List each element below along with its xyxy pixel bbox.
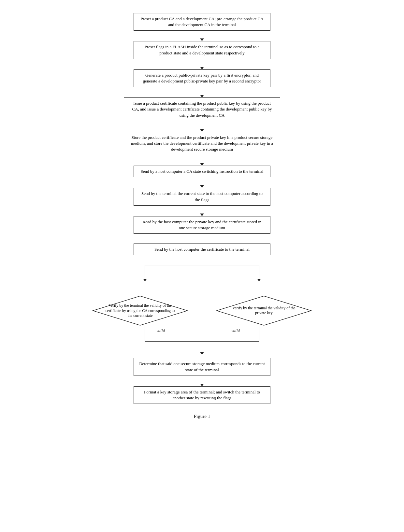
block-4: Issue a product certificate containing t… xyxy=(124,97,280,121)
arrow-7 xyxy=(200,206,204,216)
block-11: Format a key storage area of the termina… xyxy=(134,386,270,404)
figure-caption: Figure 1 xyxy=(194,414,210,419)
flowchart: Preset a product CA and a development CA… xyxy=(55,7,349,432)
svg-marker-13 xyxy=(200,352,204,355)
block-5: Store the product certificate and the pr… xyxy=(124,132,280,155)
diamond-1-text: Verify by the terminal the validity of t… xyxy=(103,303,178,318)
svg-marker-3 xyxy=(143,279,147,281)
arrow-1 xyxy=(200,31,204,41)
arrow-10 xyxy=(200,376,204,386)
valid-label-right: valid xyxy=(231,328,240,333)
merge-arrows-svg: valid valid xyxy=(88,325,316,358)
block-10: Determine that said one secure storage m… xyxy=(134,358,270,376)
valid-label-left: valid xyxy=(156,328,165,333)
block-7: Send by the terminal the current state t… xyxy=(134,188,270,205)
diamond-2-text: Verify by the terminal the validity of t… xyxy=(228,306,300,316)
block-3: Generate a product public-private key pa… xyxy=(134,69,270,87)
block-9: Send by the host computer the certificat… xyxy=(134,244,270,255)
svg-marker-5 xyxy=(257,279,261,281)
block-6: Send by a host computer a CA state switc… xyxy=(134,166,270,177)
arrow-2 xyxy=(200,59,204,69)
arrow-6 xyxy=(200,177,204,188)
block-2: Preset flags in a FLASH inside the termi… xyxy=(134,41,270,59)
block-1: Preset a product CA and a development CA… xyxy=(134,13,270,31)
arrow-3 xyxy=(200,87,204,97)
arrow-4 xyxy=(200,121,204,132)
block-8: Read by the host computer the private ke… xyxy=(134,216,270,234)
split-arrows-svg xyxy=(88,255,316,298)
arrow-5 xyxy=(200,155,204,166)
